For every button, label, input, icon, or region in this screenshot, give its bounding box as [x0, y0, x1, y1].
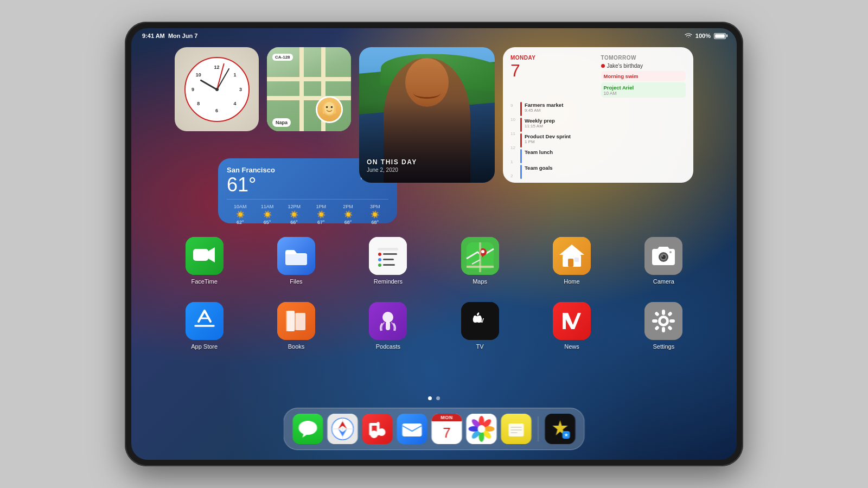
event-team-lunch[interactable]: Team lunch — [520, 149, 686, 163]
dock-mail[interactable] — [397, 414, 427, 444]
photo-widget[interactable]: On This Day June 2, 2020 — [359, 47, 495, 183]
files-icon[interactable] — [277, 237, 315, 275]
maps-app[interactable]: Maps — [453, 237, 507, 285]
dock-calendar[interactable]: MON 7 — [432, 414, 462, 444]
clock-face: 12 1 3 4 6 8 9 10 — [184, 57, 250, 122]
dock-photos[interactable] — [467, 414, 497, 444]
weather-time-1: 11AM — [254, 204, 281, 209]
wifi-icon — [685, 33, 692, 38]
svg-rect-15 — [383, 259, 394, 260]
reminders-icon[interactable] — [369, 237, 407, 275]
calendar-today-header: MONDAY 7 — [510, 55, 596, 98]
books-app[interactable]: Books — [269, 302, 323, 350]
apps-row-2: App Store — [158, 302, 710, 350]
status-bar: 9:41 AM Mon Jun 7 100% — [131, 28, 737, 43]
event-product-dev[interactable]: Product Dev sprint 1 PM — [520, 133, 686, 147]
clock-num-6: 6 — [215, 108, 218, 113]
reminders-app[interactable]: Reminders — [361, 237, 415, 285]
files-app[interactable]: Files — [269, 237, 323, 285]
podcasts-icon[interactable] — [369, 302, 407, 340]
maps-avatar — [316, 96, 343, 123]
maps-app-icon[interactable] — [461, 237, 499, 275]
event-5-content: Team goals — [525, 165, 553, 171]
maps-road-h1 — [267, 77, 351, 81]
appstore-icon[interactable] — [186, 302, 224, 340]
svg-point-31 — [662, 255, 663, 257]
time-labels-col: 9 10 11 12 1 2 — [510, 103, 518, 183]
today-events-col: Farmers market 9:45 AM Weekly prep 11:15… — [520, 102, 686, 183]
weather-temp-3: 67° — [308, 220, 335, 225]
svg-rect-73 — [403, 423, 422, 436]
settings-icon[interactable] — [644, 302, 682, 340]
dock-safari[interactable] — [328, 414, 358, 444]
event-4-name: Team lunch — [525, 149, 553, 155]
calendar-tomorrow-header: TOMORROW Jake's birthday Morning swim P — [601, 55, 686, 98]
appletv-app[interactable]: TV TV — [453, 302, 507, 350]
small-widgets-row: 12 1 3 4 6 8 9 10 — [175, 47, 351, 131]
event-bar-3 — [520, 133, 522, 147]
camera-app[interactable]: Camera — [636, 237, 691, 285]
weather-time-2: 12PM — [280, 204, 308, 209]
event-farmers-market[interactable]: Farmers market 9:45 AM — [520, 102, 686, 116]
event-1-time: 9:45 AM — [525, 108, 563, 113]
clock-widget[interactable]: 12 1 3 4 6 8 9 10 — [175, 47, 259, 131]
maps-route-label: CA-128 — [272, 54, 293, 61]
calendar-widget[interactable]: MONDAY 7 TOMORROW Jake's birthday Mornin… — [503, 47, 693, 183]
weather-hour-3: 1PM ☀️ 67° — [308, 204, 335, 225]
settings-label: Settings — [653, 343, 674, 350]
clock-num-10: 10 — [196, 72, 201, 78]
event-bar-2 — [520, 118, 522, 132]
maps-widget[interactable]: CA-128 — [267, 47, 351, 131]
camera-icon[interactable] — [644, 237, 682, 275]
podcasts-app[interactable]: Podcasts — [361, 302, 415, 350]
ipad-screen: 9:41 AM Mon Jun 7 100% — [131, 28, 737, 460]
appletv-label: TV — [476, 343, 484, 350]
photo-label-date: June 2, 2020 — [367, 167, 417, 173]
maps-avatar-face — [317, 98, 341, 121]
home-label: Home — [564, 278, 579, 285]
dock-arcade[interactable]: ★ — [545, 414, 576, 444]
dock-music[interactable] — [362, 414, 393, 444]
appletv-icon[interactable]: TV — [461, 302, 499, 340]
svg-point-47 — [661, 318, 666, 324]
dock-notes[interactable] — [501, 414, 532, 444]
weather-temp-2: 66° — [280, 220, 308, 225]
tomorrow-event-1: Morning swim — [601, 71, 686, 81]
page-dot-2 — [436, 396, 440, 400]
settings-app[interactable]: Settings — [636, 302, 691, 350]
news-icon[interactable] — [553, 302, 591, 340]
event-1-name: Farmers market — [525, 102, 563, 108]
svg-point-14 — [378, 258, 381, 261]
event-team-goals[interactable]: Team goals — [520, 165, 686, 179]
calendar-today-label: MONDAY — [510, 55, 596, 61]
calendar-events: 9 10 11 12 1 2 Farmers market — [510, 102, 686, 183]
dock: MON 7 — [284, 408, 585, 450]
books-icon[interactable] — [277, 302, 315, 340]
weather-icon-3: ☀️ — [308, 210, 335, 219]
event-weekly-prep[interactable]: Weekly prep 11:15 AM — [520, 118, 686, 132]
reminders-label: Reminders — [374, 278, 403, 285]
time-12: 12 — [510, 145, 518, 159]
tomorrow-event-2-name: Project Ariel — [604, 85, 634, 91]
facetime-app[interactable]: FaceTime — [177, 237, 232, 285]
appstore-app[interactable]: App Store — [177, 302, 232, 350]
svg-rect-51 — [669, 319, 675, 323]
facetime-icon[interactable] — [186, 237, 224, 275]
news-app[interactable]: News — [545, 302, 599, 350]
calendar-dock-header: MON — [432, 414, 462, 421]
event-2-content: Weekly prep 11:15 AM — [525, 118, 555, 129]
dock-messages[interactable] — [293, 414, 323, 444]
svg-point-3 — [331, 106, 333, 108]
tomorrow-event-2-time: 10 AM — [604, 91, 684, 96]
calendar-dock-num: 7 — [443, 421, 450, 444]
weather-time-0: 10AM — [227, 204, 254, 209]
svg-rect-41 — [386, 322, 390, 330]
weather-icon-4: ☀️ — [335, 210, 362, 219]
home-app[interactable]: Home — [545, 237, 599, 285]
weather-time-5: 3PM — [361, 204, 388, 209]
time-9: 9 — [510, 103, 518, 117]
svg-rect-48 — [662, 310, 665, 315]
birthday-text: Jake's birthday — [607, 63, 643, 69]
home-icon[interactable] — [553, 237, 591, 275]
birthday-dot — [601, 64, 605, 68]
